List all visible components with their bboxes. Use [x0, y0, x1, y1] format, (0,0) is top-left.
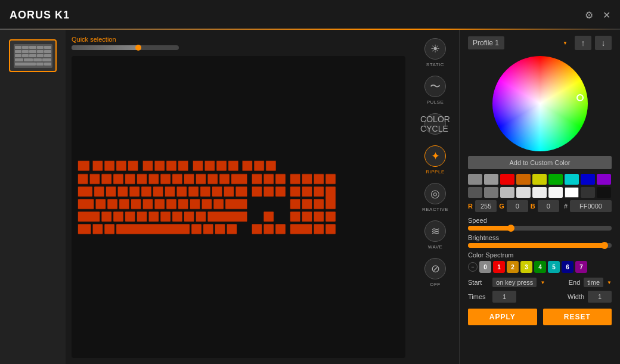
settings-icon[interactable]: ⚙: [585, 10, 593, 21]
swatch-green[interactable]: [548, 174, 563, 185]
spectrum-minus[interactable]: −: [468, 262, 478, 272]
swatch-verydark[interactable]: [581, 187, 595, 198]
apply-button[interactable]: APPLY: [468, 309, 537, 325]
svg-rect-71: [290, 199, 300, 209]
spectrum-3[interactable]: 3: [520, 261, 532, 273]
svg-rect-101: [290, 224, 312, 234]
start-value[interactable]: on key press: [492, 278, 537, 287]
brightness-label: Brightness: [468, 234, 612, 241]
svg-rect-69: [213, 199, 224, 209]
effect-static[interactable]: ☀ STATIC: [414, 35, 456, 71]
svg-rect-59: [95, 199, 106, 209]
spectrum-0[interactable]: 0: [479, 261, 491, 273]
title-icons: ⚙ ✕: [585, 10, 610, 21]
swatch-light2[interactable]: [516, 187, 531, 198]
start-arrow-icon[interactable]: ▼: [540, 280, 545, 285]
left-panel: [0, 30, 66, 364]
width-input[interactable]: [588, 291, 612, 303]
reset-button[interactable]: RESET: [543, 309, 612, 325]
g-input[interactable]: [507, 200, 528, 212]
effect-ripple[interactable]: ✦ RIPPLE: [414, 142, 456, 178]
svg-rect-90: [78, 224, 91, 234]
hex-input[interactable]: [570, 200, 612, 212]
effect-reactive[interactable]: ◎ REACTIVE: [414, 179, 456, 216]
spectrum-7[interactable]: 7: [575, 261, 587, 273]
brightness-slider-track[interactable]: [468, 243, 612, 248]
profile-export-btn[interactable]: ↓: [595, 36, 612, 50]
svg-rect-78: [137, 211, 147, 222]
swatch-black[interactable]: [597, 187, 611, 198]
svg-rect-15: [266, 161, 276, 171]
g-label: G: [499, 203, 504, 210]
svg-rect-79: [148, 211, 159, 222]
color-wheel-cursor: [576, 94, 584, 101]
svg-rect-36: [326, 174, 336, 184]
spectrum-2[interactable]: 2: [507, 261, 519, 273]
pulse-icon: 〜: [424, 76, 446, 97]
spectrum-1[interactable]: 1: [493, 261, 505, 273]
keyboard-device-thumb[interactable]: [9, 39, 57, 72]
add-custom-color-btn[interactable]: Add to Custom Color: [468, 156, 612, 169]
swatch-orange[interactable]: [516, 174, 531, 185]
spectrum-5[interactable]: 5: [548, 261, 560, 273]
svg-rect-38: [94, 186, 104, 197]
svg-rect-85: [264, 211, 274, 222]
times-input[interactable]: [492, 291, 516, 303]
reactive-icon: ◎: [424, 183, 446, 204]
svg-rect-31: [264, 174, 274, 184]
speed-slider-fill: [468, 226, 511, 231]
spectrum-6[interactable]: 6: [562, 261, 574, 273]
speed-slider-track[interactable]: [468, 226, 612, 231]
swatch-gray2[interactable]: [484, 174, 498, 185]
svg-rect-14: [254, 161, 264, 171]
r-input[interactable]: [475, 200, 497, 212]
effect-static-label: STATIC: [426, 62, 444, 67]
svg-rect-72: [302, 199, 312, 209]
effect-color-cycle[interactable]: COLORCYCLE: [414, 110, 456, 141]
swatch-red[interactable]: [500, 174, 514, 185]
swatch-light4[interactable]: [548, 187, 563, 198]
svg-rect-5: [142, 161, 153, 171]
color-wheel[interactable]: [492, 56, 588, 151]
svg-rect-32: [275, 174, 286, 184]
svg-rect-83: [196, 211, 206, 222]
rgb-row: R G B #: [468, 200, 612, 212]
swatch-light3[interactable]: [532, 187, 547, 198]
swatch-white[interactable]: [565, 187, 579, 198]
svg-rect-40: [117, 186, 128, 197]
end-value[interactable]: time: [584, 278, 603, 287]
spectrum-4[interactable]: 4: [534, 261, 546, 273]
profile-import-btn[interactable]: ↑: [575, 36, 591, 50]
svg-rect-8: [178, 161, 188, 171]
swatch-light1[interactable]: [500, 187, 514, 198]
quick-slider-track[interactable]: [72, 45, 179, 50]
swatch-blue[interactable]: [581, 174, 595, 185]
quick-slider-fill: [72, 45, 141, 50]
swatch-dark2[interactable]: [484, 187, 498, 198]
svg-rect-29: [231, 174, 247, 184]
svg-rect-44: [165, 186, 175, 197]
swatch-cyan[interactable]: [565, 174, 579, 185]
svg-rect-94: [191, 224, 202, 234]
swatch-yellow[interactable]: [532, 174, 547, 185]
svg-rect-55: [302, 186, 312, 197]
svg-rect-4: [128, 161, 138, 171]
end-arrow-icon[interactable]: ▼: [607, 280, 612, 285]
svg-rect-68: [202, 199, 212, 209]
svg-rect-93: [116, 224, 190, 234]
profile-select[interactable]: Profile 1 Profile 2 Profile 3: [468, 36, 504, 49]
effect-wave[interactable]: ≋ WAVE: [414, 217, 456, 253]
b-input[interactable]: [538, 200, 559, 212]
svg-rect-3: [116, 161, 126, 171]
svg-rect-50: [235, 186, 247, 197]
effect-off[interactable]: ⊘ OFF: [414, 254, 456, 291]
svg-rect-52: [264, 186, 274, 197]
effect-pulse-label: PULSE: [427, 99, 444, 105]
swatch-gray1[interactable]: [468, 174, 482, 185]
svg-rect-28: [219, 174, 230, 184]
swatch-purple[interactable]: [597, 174, 611, 185]
close-icon[interactable]: ✕: [603, 10, 610, 21]
effect-pulse[interactable]: 〜 PULSE: [414, 72, 456, 108]
swatch-dark1[interactable]: [468, 187, 482, 198]
svg-rect-17: [89, 174, 100, 184]
